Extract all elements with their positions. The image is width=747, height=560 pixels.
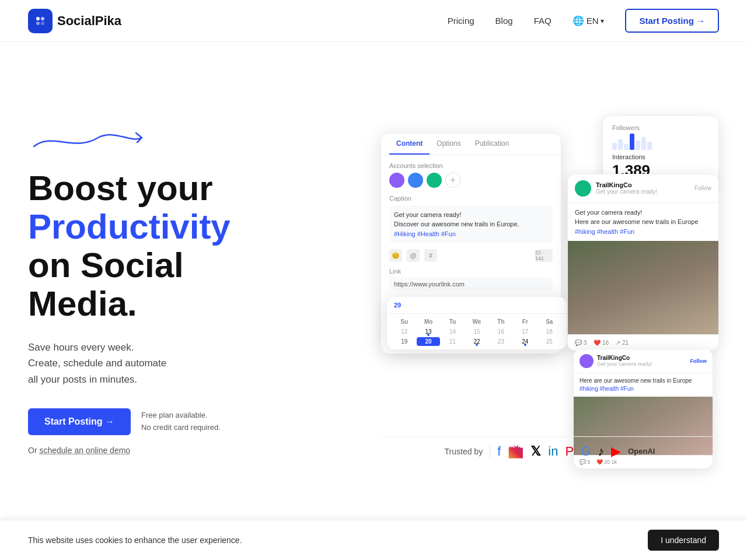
mock-post-username: TrailKingCo — [596, 181, 657, 188]
cal-header-mon: Mo — [417, 317, 439, 326]
facebook-icon: f — [497, 444, 501, 459]
hero-right: Content Options Publication Accounts sel… — [381, 116, 719, 466]
mock-add-account-button[interactable]: + — [445, 173, 460, 188]
mock-accounts-label: Accounts selection — [389, 162, 553, 169]
followers-chart — [612, 132, 709, 150]
mock-link-input: https://www.yourlink.com — [389, 277, 553, 291]
twitter-x-icon: 𝕏 — [530, 444, 541, 459]
free-plan-line1: Free plan available. — [141, 410, 221, 422]
chart-bar-3 — [624, 144, 629, 150]
cal-day-12: 12 — [393, 327, 416, 336]
svg-point-2 — [36, 22, 40, 25]
hero-subtext-line1: Save hours every week. — [28, 340, 273, 355]
at-icon[interactable]: @ — [407, 249, 420, 262]
hero-subtext: Save hours every week. Create, schedule … — [28, 340, 273, 387]
instagram-icon: 📸 — [508, 444, 523, 459]
hero-start-posting-button[interactable]: Start Posting → — [28, 408, 131, 435]
schedule-demo-link[interactable]: schedule an online demo — [39, 446, 130, 455]
free-plan-line2: No credit card required. — [141, 422, 221, 434]
mock-post2-avatar — [580, 354, 594, 368]
mock-post-body: Get your camera ready! Here are our awes… — [568, 203, 718, 242]
hero-section: Boost your Productivity on Social Media.… — [0, 42, 747, 527]
chevron-down-icon: ▾ — [601, 17, 604, 25]
mock-post2-user: TrailKingCo — [597, 355, 687, 361]
demo-link-row: Or schedule an online demo — [28, 446, 273, 455]
cal-day-14: 14 — [441, 327, 464, 336]
chart-bar-7 — [647, 142, 652, 150]
mock-post2-follow[interactable]: Follow — [690, 358, 707, 364]
mock-cal-header: 29 — [387, 297, 567, 314]
mock-account-avatar-3 — [427, 173, 442, 188]
cal-day-20: 20 — [417, 337, 439, 346]
nav-pricing[interactable]: Pricing — [448, 16, 474, 26]
cal-day-16: 16 — [490, 327, 512, 336]
mock-tab-content[interactable]: Content — [389, 134, 430, 155]
cal-day-18: 18 — [538, 327, 561, 336]
cal-header-sat: Sa — [538, 317, 561, 326]
interactions-label: Interactions — [612, 153, 709, 160]
mock-editor-tabs: Content Options Publication — [381, 134, 561, 155]
mock-post-avatar — [575, 180, 591, 197]
mock-link-label: Link — [389, 268, 553, 275]
svg-point-1 — [41, 17, 44, 20]
nav-start-posting-button[interactable]: Start Posting → — [625, 9, 719, 33]
svg-point-0 — [36, 17, 40, 20]
brand-name: SocialPika — [57, 13, 121, 29]
youtube-icon: ▶ — [611, 444, 621, 459]
mock-post-stats-row: 💬 3 ❤️ 16 ↗ 21 — [568, 334, 718, 351]
mock-tab-publication[interactable]: Publication — [468, 134, 516, 155]
logo-link[interactable]: SocialPika — [28, 9, 121, 33]
nav-links: Pricing Blog FAQ 🌐 EN ▾ Start Posting → — [448, 9, 719, 33]
mock-caption-label: Caption — [389, 195, 553, 202]
hashtag-icon[interactable]: # — [424, 249, 437, 262]
share-stat: ↗ 21 — [616, 340, 629, 346]
cal-day-25: 25 — [538, 337, 561, 346]
mock-post-time: Get your camera ready! — [596, 188, 657, 195]
hero-left: Boost your Productivity on Social Media.… — [28, 126, 273, 455]
like-stat: ❤️ 16 — [594, 340, 609, 346]
hero-subtext-line3: all your posts in minutes. — [28, 372, 273, 387]
cal-header-tue: Tu — [441, 317, 464, 326]
cal-day-17: 17 — [514, 327, 536, 336]
mock-post-header: TrailKingCo Get your camera ready! Follo… — [568, 174, 718, 203]
mock-post-link: #hiking #health #Fun — [575, 228, 634, 235]
hero-cta-row: Start Posting → Free plan available. No … — [28, 408, 273, 435]
mock-calendar-panel: 29 Su Mo Tu We Th Fr Sa 12 13 14 15 — [386, 296, 567, 350]
mock-tab-options[interactable]: Options — [430, 134, 467, 155]
mock-post2-body: Here are our awesome new trails in Europ… — [574, 373, 713, 397]
chart-bar-6 — [641, 137, 646, 150]
cal-header-fri: Fr — [514, 317, 536, 326]
hero-heading: Boost your Productivity on Social Media. — [28, 169, 273, 323]
chart-bar-1 — [612, 143, 617, 150]
trusted-divider — [490, 446, 490, 457]
cal-day-23: 23 — [490, 337, 512, 346]
mock-account-avatar-2 — [408, 173, 423, 188]
nav-blog[interactable]: Blog — [495, 16, 513, 26]
cal-spacer — [404, 302, 560, 309]
emoji-icon[interactable]: 😊 — [389, 249, 402, 262]
cal-day-22: 22 — [465, 337, 488, 346]
mock-accounts-row: + — [389, 173, 553, 188]
openai-icon: OpenAI — [628, 447, 655, 456]
language-selector[interactable]: 🌐 EN ▾ — [573, 15, 605, 26]
svg-point-3 — [41, 22, 44, 25]
mock-container: Content Options Publication Accounts sel… — [381, 116, 719, 430]
mock-calendar-grid: Su Mo Tu We Th Fr Sa 12 13 14 15 16 17 1… — [387, 314, 567, 349]
mock-post2-caption: Get your camera ready! — [597, 361, 687, 367]
chart-bar-5 — [636, 141, 640, 150]
tiktok-icon: ♪ — [598, 444, 604, 459]
cal-num-29: 29 — [394, 302, 401, 309]
cookie-banner: This website uses cookies to enhance the… — [0, 520, 747, 527]
google-icon: G — [581, 444, 591, 459]
char-count: 22 · 141 — [535, 249, 553, 262]
cal-header-thu: Th — [490, 317, 512, 326]
hero-line1: Boost your — [28, 169, 273, 208]
nav-faq[interactable]: FAQ — [534, 16, 551, 26]
cal-header-wed: We — [465, 317, 488, 326]
lang-label: EN — [587, 16, 599, 26]
cal-day-15: 15 — [465, 327, 488, 336]
hero-curve-decoration — [28, 126, 273, 155]
cal-day-13: 13 — [417, 327, 439, 336]
follow-button[interactable]: Follow — [694, 185, 711, 191]
navbar: SocialPika Pricing Blog FAQ 🌐 EN ▾ Start… — [0, 0, 747, 42]
